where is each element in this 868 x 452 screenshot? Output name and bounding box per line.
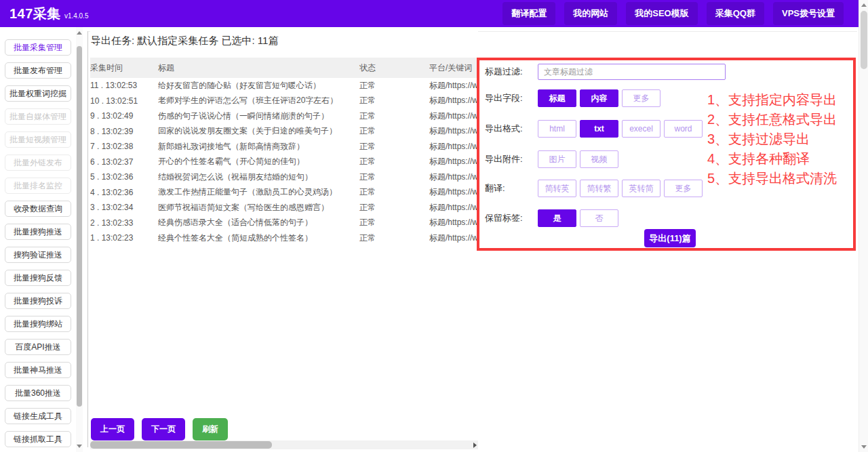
title-filter-row: 标题过滤: — [485, 63, 726, 81]
cell-title: 经典个性签名大全（简短成熟的个性签名） — [158, 232, 359, 244]
sidebar-item-weight-word-mining[interactable]: 批量权重词挖掘 — [5, 85, 71, 102]
sidebar-item-360-push[interactable]: 批量360推送 — [5, 385, 71, 401]
format-txt-button[interactable]: txt — [580, 120, 618, 138]
menu-collect-qq-group[interactable]: 采集QQ群 — [707, 2, 764, 25]
table-row[interactable]: 2 . 13:02:33 经典伤感语录大全（适合心情低落的句子） 正常 标题/h… — [90, 215, 478, 231]
sidebar-item-index-data-query[interactable]: 收录数据查询 — [5, 201, 71, 217]
cell-time: 2 . 13:02:33 — [90, 218, 158, 228]
column-header-status: 状态 — [359, 62, 429, 74]
keeptag-yes-button[interactable]: 是 — [538, 209, 576, 227]
field-more-button[interactable]: 更多 — [622, 89, 660, 107]
cell-title: 经典伤感语录大全（适合心情低落的句子） — [158, 217, 359, 228]
cell-title: 医师节祝福语简短文案（写给医生的感恩赠言） — [158, 202, 359, 213]
sidebar-item-shenma-push[interactable]: 批量神马推送 — [5, 362, 71, 378]
sidebar-item-link-fetch-tool[interactable]: 链接抓取工具 — [5, 431, 71, 447]
translate-s2t-button[interactable]: 简转繁 — [580, 180, 618, 197]
sidebar-item-sogou-verify-push[interactable]: 搜狗验证推送 — [5, 247, 71, 263]
next-page-button[interactable]: 下一页 — [142, 418, 185, 440]
sidebar-item-sogou-feedback[interactable]: 批量搜狗反馈 — [5, 270, 71, 286]
cell-status: 正常 — [359, 80, 429, 91]
title-filter-input[interactable] — [538, 64, 726, 80]
vscroll-thumb[interactable] — [861, 11, 867, 69]
table-row[interactable]: 11 . 13:02:53 给好友留言的随心贴（好友留言短句暖心话） 正常 标题… — [90, 78, 478, 94]
sidebar-item-batch-collect-mgmt[interactable]: 批量采集管理 — [5, 39, 71, 56]
table-row[interactable]: 3 . 13:02:34 医师节祝福语简短文案（写给医生的感恩赠言） 正常 标题… — [90, 200, 478, 215]
promo-annotation: 2、支持任意格式导出 — [707, 110, 837, 129]
field-title-button[interactable]: 标题 — [538, 89, 576, 107]
cell-time: 5 . 13:02:36 — [90, 172, 158, 182]
table-row[interactable]: 10 . 13:02:51 老师对学生的评语怎么写（班主任评语20字左右） 正常… — [90, 94, 478, 109]
horizontal-scrollbar[interactable] — [90, 440, 478, 449]
page-scrollbar[interactable] — [859, 0, 868, 452]
cell-title: 回家的说说发朋友圈文案（关于归途的唯美句子） — [158, 125, 359, 137]
field-content-button[interactable]: 内容 — [580, 89, 618, 107]
menu-my-seo-template[interactable]: 我的SEO模版 — [626, 2, 697, 25]
menu-my-website[interactable]: 我的网站 — [564, 2, 617, 25]
hscroll-thumb[interactable] — [90, 441, 272, 449]
promo-annotations: 1、支持指定内容导出 2、支持任意格式导出 3、支持过滤导出 4、支持各种翻译 … — [707, 90, 837, 188]
export-fields-row: 导出字段: 标题 内容 更多 — [485, 89, 664, 107]
table-row[interactable]: 7 . 13:02:38 新郎婚礼致词接地气（新郎高情商致辞） 正常 标题/ht… — [90, 139, 478, 155]
scroll-up-icon[interactable] — [861, 3, 867, 7]
table-header-row: 采集时间 标题 状态 平台/关键词 — [90, 58, 478, 78]
sidebar-item-sogou-bind-site[interactable]: 批量搜狗绑站 — [5, 316, 71, 332]
cell-title: 开心的个性签名霸气（开心简短的佳句） — [158, 156, 359, 167]
cell-status: 正常 — [359, 232, 429, 244]
refresh-button[interactable]: 刷新 — [193, 418, 228, 440]
cell-status: 正常 — [359, 171, 429, 183]
scroll-down-icon[interactable] — [77, 445, 82, 448]
sidebar-item-media-mgmt[interactable]: 批量自媒体管理 — [5, 108, 71, 125]
table-row[interactable]: 8 . 13:02:39 回家的说说发朋友圈文案（关于归途的唯美句子） 正常 标… — [90, 124, 478, 140]
cell-status: 正常 — [359, 156, 429, 167]
format-execel-button[interactable]: execel — [622, 120, 660, 138]
sidebar-item-batch-publish-mgmt[interactable]: 批量发布管理 — [5, 62, 71, 79]
cell-title: 结婚祝贺词怎么说（祝福朋友结婚的短句） — [158, 171, 359, 183]
sidebar-item-sogou-push[interactable]: 批量搜狗推送 — [5, 224, 71, 240]
translate-e2s-button[interactable]: 英转简 — [622, 180, 660, 197]
export-button[interactable]: 导出(11)篇 — [644, 229, 696, 247]
scroll-down-icon[interactable] — [861, 445, 867, 449]
translate-more-button[interactable]: 更多 — [664, 180, 703, 197]
table-row[interactable]: 6 . 13:02:37 开心的个性签名霸气（开心简短的佳句） 正常 标题/ht… — [90, 155, 478, 170]
promo-annotation: 1、支持指定内容导出 — [707, 90, 837, 110]
sidebar-item-rank-monitor[interactable]: 批量排名监控 — [5, 178, 71, 194]
sidebar-item-backlink-publish[interactable]: 批量外链发布 — [5, 155, 71, 171]
translate-s2e-button[interactable]: 简转英 — [538, 180, 576, 197]
main-content: 导出任务: 默认指定采集任务 已选中: 11篇 采集时间 标题 状态 平台/关键… — [90, 27, 478, 452]
format-html-button[interactable]: html — [538, 120, 576, 138]
prev-page-button[interactable]: 上一页 — [91, 418, 134, 440]
topbar-menu: 翻译配置 我的网站 我的SEO模版 采集QQ群 VPS拨号设置 — [502, 2, 844, 25]
sidebar-item-sogou-complaint[interactable]: 批量搜狗投诉 — [5, 293, 71, 309]
cell-platform: 标题/https://www — [429, 110, 478, 122]
keep-tags-row: 保留标签: 是 否 — [485, 209, 622, 227]
format-word-button[interactable]: word — [664, 120, 703, 138]
sidebar-item-baidu-api-push[interactable]: 百度API推送 — [5, 339, 71, 355]
sidebar-item-short-video-mgmt[interactable]: 批量短视频管理 — [5, 131, 71, 148]
translate-label: 翻译: — [485, 182, 538, 194]
scroll-up-icon[interactable] — [77, 31, 82, 35]
export-format-label: 导出格式: — [485, 123, 538, 135]
promo-annotation: 4、支持各种翻译 — [707, 149, 837, 169]
cell-platform: 标题/https://www — [429, 95, 478, 106]
title-filter-label: 标题过滤: — [485, 66, 538, 78]
table-row[interactable]: 4 . 13:02:36 激发工作热情正能量句子（激励员工的心灵鸡汤） 正常 标… — [90, 185, 478, 201]
keeptag-no-button[interactable]: 否 — [580, 209, 618, 227]
collect-result-table: 采集时间 标题 状态 平台/关键词 11 . 13:02:53 给好友留言的随心… — [90, 58, 478, 246]
table-row[interactable]: 5 . 13:02:36 结婚祝贺词怎么说（祝福朋友结婚的短句） 正常 标题/h… — [90, 169, 478, 185]
attach-video-button[interactable]: 视频 — [580, 150, 618, 168]
column-header-platform: 平台/关键词 — [429, 62, 478, 74]
page-title: 导出任务: 默认指定采集任务 已选中: 11篇 — [91, 35, 278, 47]
menu-translate-config[interactable]: 翻译配置 — [502, 2, 555, 25]
sidebar: 批量采集管理 批量发布管理 批量权重词挖掘 批量自媒体管理 批量短视频管理 批量… — [0, 27, 76, 452]
cell-title: 伤感的句子说说心情（一瞬间情绪崩溃的句子） — [158, 110, 359, 122]
table-row[interactable]: 9 . 13:02:49 伤感的句子说说心情（一瞬间情绪崩溃的句子） 正常 标题… — [90, 108, 478, 124]
table-row[interactable]: 1 . 13:02:23 经典个性签名大全（简短成熟的个性签名） 正常 标题/h… — [90, 230, 478, 246]
app-version: v1.4.0.5 — [64, 12, 89, 20]
sidebar-scroll-thumb[interactable] — [77, 46, 82, 407]
sidebar-scrollbar[interactable] — [76, 27, 83, 452]
attach-image-button[interactable]: 图片 — [538, 150, 576, 168]
cell-title: 激发工作热情正能量句子（激励员工的心灵鸡汤） — [158, 186, 359, 198]
scroll-right-icon[interactable] — [473, 443, 477, 448]
sidebar-item-link-generate-tool[interactable]: 链接生成工具 — [5, 408, 71, 424]
menu-vps-dial-settings[interactable]: VPS拨号设置 — [773, 2, 844, 25]
